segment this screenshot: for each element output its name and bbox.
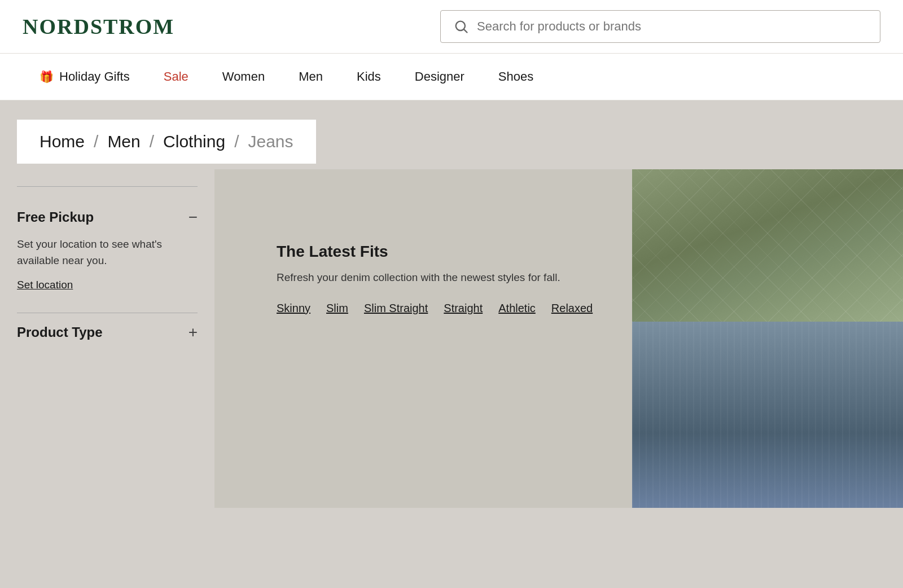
breadcrumb: Home / Men / Clothing / Jeans (40, 132, 293, 151)
site-header: NORDSTROM (0, 0, 903, 54)
sidebar-divider-top (17, 186, 198, 187)
nav-item-men[interactable]: Men (282, 54, 340, 100)
fit-link-athletic[interactable]: Athletic (498, 302, 536, 315)
set-location-link[interactable]: Set location (17, 279, 73, 291)
product-area: The Latest Fits Refresh your denim colle… (214, 169, 903, 508)
banner-title: The Latest Fits (277, 243, 593, 261)
nav-item-women[interactable]: Women (205, 54, 282, 100)
main-content: Home / Men / Clothing / Jeans Free Picku… (0, 100, 903, 508)
breadcrumb-wrapper: Home / Men / Clothing / Jeans (17, 120, 316, 164)
jeans-image (632, 322, 903, 508)
search-input[interactable] (477, 19, 867, 34)
gift-icon: 🎁 (40, 70, 54, 84)
breadcrumb-men[interactable]: Men (107, 132, 140, 151)
site-logo[interactable]: NORDSTROM (23, 14, 174, 39)
product-banner: The Latest Fits Refresh your denim colle… (214, 169, 903, 508)
nav-item-holiday-gifts[interactable]: 🎁 Holiday Gifts (23, 54, 147, 100)
nav-item-sale[interactable]: Sale (147, 54, 205, 100)
breadcrumb-sep-1: / (94, 132, 98, 151)
fit-links-container: Skinny Slim Slim Straight Straight Athle… (277, 302, 593, 315)
search-bar[interactable] (440, 10, 880, 43)
free-pickup-toggle-icon: − (189, 208, 198, 226)
banner-text: The Latest Fits Refresh your denim colle… (277, 243, 593, 315)
breadcrumb-sep-3: / (234, 132, 239, 151)
jeans-texture (632, 322, 903, 508)
free-pickup-description: Set your location to see what's availabl… (17, 236, 198, 269)
search-icon (453, 19, 469, 34)
breadcrumb-current: Jeans (248, 132, 293, 151)
breadcrumb-sep-2: / (150, 132, 154, 151)
fit-link-slim[interactable]: Slim (326, 302, 348, 315)
nav-item-designer[interactable]: Designer (398, 54, 481, 100)
banner-subtitle: Refresh your denim collection with the n… (277, 270, 593, 286)
sidebar: Free Pickup − Set your location to see w… (0, 169, 214, 508)
fit-link-straight[interactable]: Straight (444, 302, 483, 315)
nav-item-shoes[interactable]: Shoes (481, 54, 550, 100)
fit-link-relaxed[interactable]: Relaxed (551, 302, 593, 315)
sidebar-section-free-pickup: Free Pickup − Set your location to see w… (17, 198, 198, 297)
quilted-pattern (632, 169, 903, 322)
fit-link-slim-straight[interactable]: Slim Straight (364, 302, 428, 315)
banner-image (632, 169, 903, 508)
breadcrumb-home[interactable]: Home (40, 132, 85, 151)
free-pickup-header[interactable]: Free Pickup − (17, 198, 198, 236)
main-nav: 🎁 Holiday Gifts Sale Women Men Kids Desi… (0, 54, 903, 100)
content-layout: Free Pickup − Set your location to see w… (0, 169, 903, 508)
svg-point-0 (456, 21, 465, 30)
nav-item-kids[interactable]: Kids (340, 54, 398, 100)
breadcrumb-clothing[interactable]: Clothing (163, 132, 225, 151)
product-type-header[interactable]: Product Type + (17, 313, 198, 352)
product-type-title: Product Type (17, 324, 103, 340)
sidebar-section-product-type: Product Type + (17, 313, 198, 352)
fit-link-skinny[interactable]: Skinny (277, 302, 310, 315)
vest-image (632, 169, 903, 322)
product-type-toggle-icon: + (189, 323, 198, 341)
svg-line-1 (464, 29, 467, 32)
free-pickup-title: Free Pickup (17, 209, 94, 225)
